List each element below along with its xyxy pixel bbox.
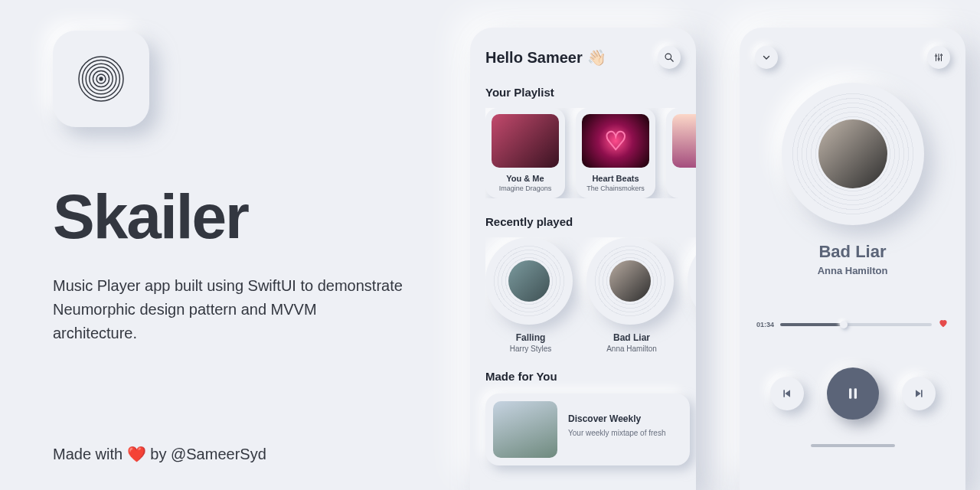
made-for-you-title: Discover Weekly xyxy=(568,413,665,424)
recent-name: Bad Liar xyxy=(586,332,677,343)
recent-name: Falling xyxy=(485,332,576,343)
search-button[interactable] xyxy=(658,46,681,69)
recent-item[interactable]: Bad Liar Anna Hamilton xyxy=(586,237,677,353)
previous-button[interactable] xyxy=(770,377,804,410)
playlist-card[interactable]: You & Me Imagine Dragons xyxy=(485,108,565,198)
now-playing-cover xyxy=(818,119,887,188)
skip-back-icon xyxy=(781,387,793,400)
playlist-name: Yo xyxy=(672,174,696,183)
playlist-art xyxy=(582,114,649,168)
svg-rect-18 xyxy=(854,388,856,398)
phone-home-screen: Hello Sameer 👋🏻 Your Playlist You & Me I… xyxy=(470,28,696,490)
playlist-card[interactable]: Heart Beats The Chainsmokers xyxy=(576,108,655,198)
wave-icon: 👋🏻 xyxy=(587,48,606,67)
section-title-recent: Recently played xyxy=(485,215,681,228)
svg-rect-16 xyxy=(783,390,785,397)
svg-point-14 xyxy=(941,54,942,56)
playlist-row[interactable]: You & Me Imagine Dragons Heart Beats The… xyxy=(485,108,696,198)
recent-row[interactable]: Falling Harry Styles Bad Liar Anna Hamil… xyxy=(485,237,696,353)
now-playing-title: Bad Liar xyxy=(755,242,950,262)
app-description: Music Player app built using SwiftUI to … xyxy=(53,274,405,345)
recent-artist: Harry Styles xyxy=(485,345,576,353)
section-title-made-for-you: Made for You xyxy=(485,370,681,383)
chevron-down-icon xyxy=(762,53,771,62)
play-pause-button[interactable] xyxy=(827,368,879,420)
app-icon xyxy=(53,31,149,127)
recent-avatar xyxy=(508,260,550,302)
recent-artist: Anna Hamilton xyxy=(586,345,677,353)
recent-disc xyxy=(688,237,696,325)
svg-marker-19 xyxy=(916,390,921,397)
app-title: Skailer xyxy=(53,185,428,248)
progress-thumb[interactable] xyxy=(840,321,848,328)
made-for-you-card[interactable]: Discover Weekly Your weekly mixtape of f… xyxy=(485,394,690,466)
pause-icon xyxy=(845,386,861,401)
heart-icon xyxy=(938,318,949,328)
made-with-credit: Made with ❤️ by @SameerSyd xyxy=(53,445,428,463)
player-controls xyxy=(755,368,950,420)
heart-icon: ❤️ xyxy=(127,446,146,462)
concentric-circles-icon xyxy=(76,54,126,104)
svg-rect-17 xyxy=(849,388,851,398)
svg-marker-15 xyxy=(785,390,790,397)
playlist-art xyxy=(672,114,696,168)
recent-avatar xyxy=(609,260,651,302)
section-title-playlist: Your Playlist xyxy=(485,86,681,99)
elapsed-time: 01:34 xyxy=(756,321,774,328)
svg-line-8 xyxy=(671,59,674,62)
svg-point-6 xyxy=(99,77,103,80)
now-playing-artist: Anna Hamilton xyxy=(755,265,950,276)
playlist-card[interactable]: Yo Sel xyxy=(666,108,696,198)
recent-item[interactable] xyxy=(688,237,696,353)
made-for-you-art xyxy=(493,401,557,458)
sliders-icon xyxy=(934,53,943,62)
playlist-artist: Sel xyxy=(672,185,696,192)
skip-forward-icon xyxy=(913,387,925,400)
home-indicator[interactable] xyxy=(811,444,895,447)
playlist-artist: Imagine Dragons xyxy=(492,185,559,192)
playlist-art xyxy=(492,114,559,168)
playlist-name: Heart Beats xyxy=(582,174,649,183)
equalizer-button[interactable] xyxy=(927,46,950,69)
svg-point-10 xyxy=(936,55,937,57)
made-for-you-subtitle: Your weekly mixtape of fresh xyxy=(568,429,665,437)
back-button[interactable] xyxy=(755,46,778,69)
like-button[interactable] xyxy=(938,318,949,331)
now-playing-disc xyxy=(782,83,924,225)
next-button[interactable] xyxy=(902,377,936,410)
promo-column: Skailer Music Player app built using Swi… xyxy=(53,31,428,463)
svg-point-12 xyxy=(938,58,939,60)
phone-player-screen: Bad Liar Anna Hamilton 01:34 xyxy=(740,28,965,490)
recent-item[interactable]: Falling Harry Styles xyxy=(485,237,576,353)
progress-track[interactable] xyxy=(780,323,932,326)
recent-disc xyxy=(586,237,674,325)
playlist-artist: The Chainsmokers xyxy=(582,185,649,192)
search-icon xyxy=(664,52,675,63)
recent-disc xyxy=(485,237,573,325)
playlist-name: You & Me xyxy=(492,174,559,183)
greeting: Hello Sameer 👋🏻 xyxy=(485,48,606,67)
svg-rect-20 xyxy=(921,390,923,397)
